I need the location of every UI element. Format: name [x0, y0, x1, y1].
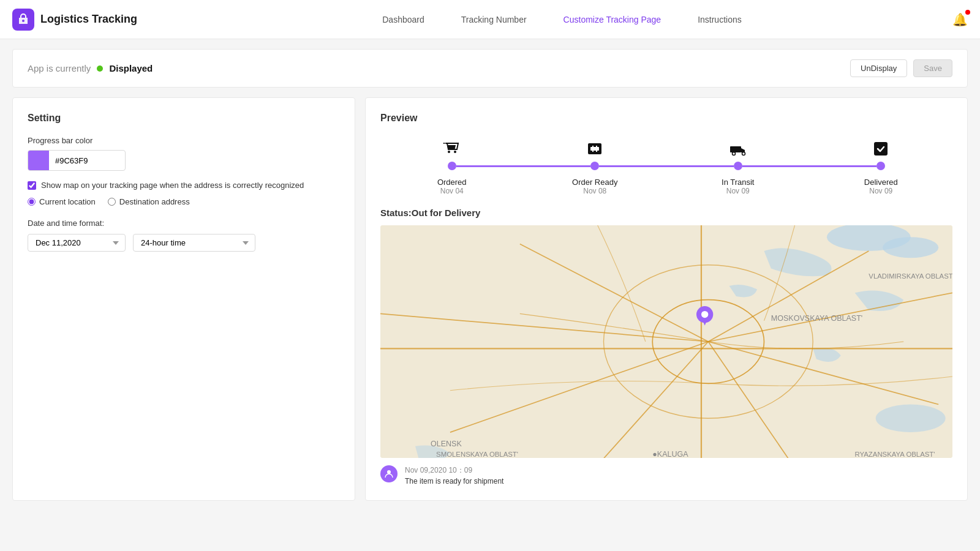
step-label-2: In Transit	[722, 178, 754, 187]
label-cell-2: In Transit Nov 09	[666, 175, 810, 195]
step-icon-2	[666, 138, 810, 159]
step-icon-3	[810, 138, 953, 159]
nav-customize[interactable]: Customize Tracking Page	[564, 15, 662, 24]
svg-text:MOSKOVSKAYA OBLAST': MOSKOVSKAYA OBLAST'	[771, 314, 862, 323]
line-2	[742, 165, 877, 167]
step-label-1: Order Ready	[572, 178, 617, 187]
svg-point-10	[742, 152, 745, 156]
preview-title: Preview	[380, 113, 952, 124]
status-label: App is currently	[28, 63, 91, 73]
log-content: Nov 09,2020 10：09 The item is ready for …	[405, 465, 503, 485]
header-right: 🔔	[952, 12, 968, 27]
destination-label: Destination address	[119, 197, 190, 206]
svg-point-2	[448, 151, 450, 153]
step-icon-0	[380, 138, 524, 159]
shipment-log: Nov 09,2020 10：09 The item is ready for …	[380, 465, 952, 485]
date-format-select[interactable]: Dec 11,2020	[28, 234, 126, 252]
label-cell-0: Ordered Nov 04	[380, 175, 524, 195]
svg-rect-7	[596, 146, 597, 152]
svg-text:VLADIMIRSKAYA OBLAST': VLADIMIRSKAYA OBLAST'	[869, 272, 952, 280]
date-format-label: Date and time format:	[28, 219, 340, 228]
step-date-1: Nov 08	[583, 187, 606, 195]
settings-title: Setting	[28, 113, 340, 124]
svg-point-37	[387, 470, 391, 474]
color-label: Progress bar color	[28, 136, 340, 145]
svg-point-14	[883, 237, 938, 258]
settings-panel: Setting Progress bar color Show map on y…	[12, 97, 355, 501]
line-0	[456, 165, 591, 167]
log-text: The item is ready for shipment	[405, 477, 503, 485]
color-input-wrapper[interactable]	[28, 150, 126, 171]
log-avatar	[380, 465, 398, 482]
status-value: Displayed	[109, 63, 153, 73]
map-area: MOSKOVSKAYA OBLAST' VLADIMIRSKAYA OBLAST…	[380, 225, 952, 458]
svg-rect-6	[592, 146, 594, 152]
svg-point-36	[701, 311, 708, 318]
logo-icon	[12, 9, 34, 31]
step-date-3: Nov 09	[869, 187, 892, 195]
dot-3	[876, 162, 885, 170]
tracker-labels: Ordered Nov 04 Order Ready Nov 08 In Tra…	[380, 175, 952, 195]
format-selects: Dec 11,2020 24-hour time	[28, 234, 340, 252]
location-radio-row: Current location Destination address	[28, 197, 340, 206]
svg-text:OLENSK: OLENSK	[431, 440, 462, 448]
nav-instructions[interactable]: Instructions	[698, 15, 742, 24]
svg-text:RYAZANSKAYA OBLAST': RYAZANSKAYA OBLAST'	[855, 451, 935, 458]
delivery-status: Status:Out for Delivery	[380, 208, 952, 218]
svg-point-9	[732, 152, 735, 156]
dot-1	[590, 162, 599, 170]
tracker-icons	[380, 138, 952, 159]
current-location-label: Current location	[39, 197, 96, 206]
dot-2	[734, 162, 742, 170]
destination-option[interactable]: Destination address	[108, 197, 190, 206]
svg-rect-8	[730, 146, 741, 152]
tracker-progress	[380, 162, 952, 170]
main-nav: Dashboard Tracking Number Customize Trac…	[172, 15, 952, 24]
undisplay-button[interactable]: UnDisplay	[850, 59, 907, 77]
svg-text:SMOLENSKAYA OBLAST': SMOLENSKAYA OBLAST'	[436, 451, 518, 458]
step-label-3: Delivered	[864, 178, 898, 187]
label-cell-1: Order Ready Nov 08	[524, 175, 667, 195]
svg-rect-12	[380, 225, 952, 458]
log-time: Nov 09,2020 10：09	[405, 465, 503, 476]
svg-point-3	[454, 151, 456, 153]
step-date-0: Nov 04	[440, 187, 464, 195]
time-format-select[interactable]: 24-hour time	[133, 234, 255, 252]
current-location-option[interactable]: Current location	[28, 197, 96, 206]
destination-radio[interactable]	[108, 198, 116, 206]
dot-0	[448, 162, 456, 170]
svg-rect-11	[874, 142, 888, 156]
main-content: Setting Progress bar color Show map on y…	[12, 97, 968, 501]
color-input[interactable]	[49, 156, 125, 165]
status-dot	[97, 66, 103, 72]
notification-bell[interactable]: 🔔	[952, 12, 968, 27]
logo-area: Logistics Tracking	[12, 9, 172, 31]
header: Logistics Tracking Dashboard Tracking Nu…	[0, 0, 980, 39]
status-actions: UnDisplay Save	[850, 59, 952, 77]
map-checkbox[interactable]	[28, 181, 36, 190]
svg-point-1	[22, 20, 24, 22]
label-cell-3: Delivered Nov 09	[810, 175, 953, 195]
current-location-radio[interactable]	[28, 198, 36, 206]
color-swatch	[28, 150, 49, 171]
nav-tracking-number[interactable]: Tracking Number	[461, 15, 527, 24]
step-label-0: Ordered	[437, 178, 467, 187]
svg-text:●KALUGA: ●KALUGA	[652, 450, 688, 458]
svg-point-15	[876, 405, 946, 433]
nav-dashboard[interactable]: Dashboard	[382, 15, 424, 24]
notification-badge	[965, 10, 970, 15]
map-checkbox-label: Show map on your tracking page when the …	[41, 181, 304, 190]
preview-panel: Preview	[365, 97, 968, 501]
step-date-2: Nov 09	[726, 187, 750, 195]
app-title: Logistics Tracking	[40, 13, 137, 26]
line-1	[599, 165, 734, 167]
save-button[interactable]: Save	[913, 59, 952, 77]
status-left: App is currently Displayed	[28, 63, 153, 73]
svg-rect-5	[590, 147, 599, 151]
step-icon-1	[524, 138, 667, 159]
map-checkbox-row: Show map on your tracking page when the …	[28, 181, 340, 190]
status-bar: App is currently Displayed UnDisplay Sav…	[12, 49, 968, 88]
